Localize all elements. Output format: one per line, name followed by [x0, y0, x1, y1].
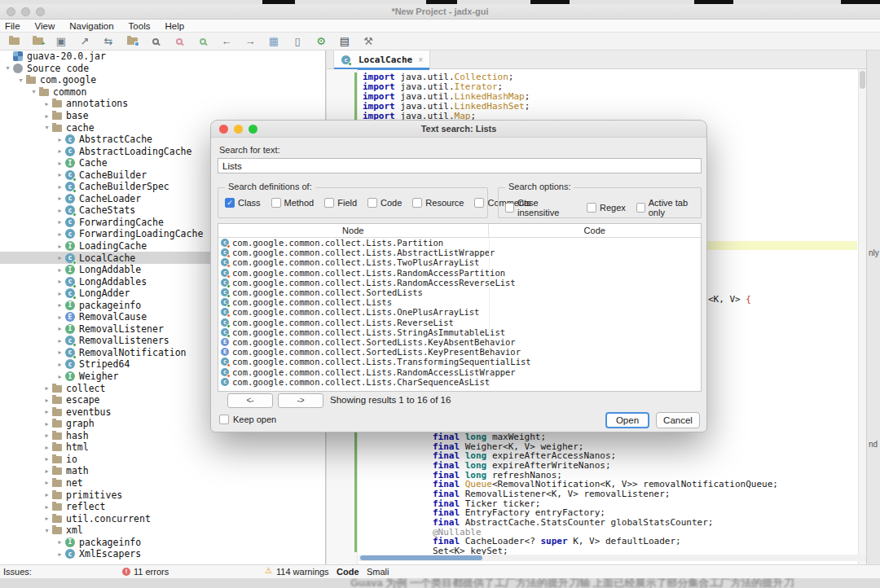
result-row[interactable]: ccom.google.common.collect.Lists.Abstrac… [218, 248, 701, 257]
checkbox-field[interactable]: Field [324, 198, 357, 208]
menu-file[interactable]: File [5, 21, 20, 31]
result-row[interactable]: ccom.google.common.collect.Lists.CharSeq… [218, 377, 701, 387]
open-files-icon[interactable] [7, 35, 21, 48]
tree-item-io[interactable]: ▸io [0, 454, 325, 466]
text-search-icon[interactable] [172, 35, 187, 48]
chevron-right-icon[interactable]: ▸ [55, 551, 64, 558]
result-row[interactable]: ccom.google.common.collect.Lists.Partiti… [218, 238, 701, 248]
chevron-right-icon[interactable]: ▸ [55, 290, 64, 297]
chevron-right-icon[interactable]: ▸ [55, 349, 64, 356]
tree-item-source-code[interactable]: ▾Source code [0, 63, 325, 75]
result-row[interactable]: ccom.google.common.collect.Lists.Transfo… [218, 357, 701, 366]
checkbox-icon[interactable] [587, 203, 596, 213]
result-row[interactable]: ccom.google.common.collect.Lists.TwoPlus… [218, 257, 701, 267]
chevron-right-icon[interactable]: ▸ [55, 218, 64, 226]
tree-item-util-concurrent[interactable]: ▸util.concurrent [0, 512, 325, 524]
tree-item-common[interactable]: ▾common [0, 86, 325, 99]
chevron-right-icon[interactable]: ▸ [42, 479, 51, 486]
code-column-header[interactable]: Code [489, 224, 701, 237]
chevron-right-icon[interactable]: ▸ [42, 515, 51, 522]
add-files-icon[interactable]: + [30, 35, 45, 48]
chevron-right-icon[interactable]: ▸ [42, 397, 51, 404]
menu-view[interactable]: View [35, 21, 55, 31]
search-input[interactable] [218, 158, 702, 173]
result-row[interactable]: ccom.google.common.collect.Lists.RandomA… [218, 268, 701, 278]
chevron-right-icon[interactable]: ▸ [55, 538, 64, 546]
tree-item-packageinfo[interactable]: ▸Ipackageinfo [0, 536, 325, 548]
mappings-folder-icon[interactable] [125, 35, 139, 48]
chevron-right-icon[interactable]: ▸ [42, 100, 51, 108]
result-row[interactable]: ccom.google.common.collect.Lists.Reverse… [218, 318, 701, 327]
tree-item-xml[interactable]: ▾xml [0, 524, 325, 537]
checkbox-resource[interactable]: Resource [412, 198, 464, 208]
class-search-icon[interactable] [196, 35, 210, 48]
tree-item-xmlescapers[interactable]: ▸cXmlEscapers [0, 548, 325, 560]
menu-help[interactable]: Help [165, 21, 184, 31]
tree-item-net[interactable]: ▸net [0, 477, 325, 489]
tree-item-primitives[interactable]: ▸primitives [0, 489, 325, 501]
chevron-right-icon[interactable]: ▸ [55, 325, 64, 332]
chevron-right-icon[interactable]: ▸ [42, 384, 51, 392]
chevron-right-icon[interactable]: ▸ [55, 207, 64, 214]
checkbox-icon[interactable]: ✓ [225, 198, 235, 208]
tree-item-html[interactable]: ▸html [0, 441, 325, 454]
chevron-right-icon[interactable]: ▸ [55, 301, 64, 309]
result-row[interactable]: ccom.google.common.collect.Lists.RandomA… [218, 278, 701, 287]
chevron-right-icon[interactable]: ▸ [42, 455, 51, 463]
wrench-icon[interactable]: ⚒ [361, 35, 376, 48]
tree-item-annotations[interactable]: ▸annotations [0, 98, 325, 110]
errors-count[interactable]: 11 errors [134, 567, 169, 577]
chevron-right-icon[interactable]: ▸ [42, 467, 51, 475]
cancel-button[interactable]: Cancel [656, 412, 700, 428]
checkbox-icon[interactable] [474, 198, 484, 208]
chevron-right-icon[interactable]: ▸ [55, 195, 64, 202]
tree-item-com-google[interactable]: ▾com.google [0, 74, 325, 86]
node-column-header[interactable]: Node [218, 224, 489, 237]
checkbox-icon[interactable] [219, 415, 229, 424]
tab-smali[interactable]: Smali [367, 567, 389, 577]
forward-icon[interactable]: → [243, 35, 257, 48]
chevron-right-icon[interactable]: ▸ [55, 136, 64, 143]
open-button[interactable]: Open [605, 412, 649, 428]
chevron-right-icon[interactable]: ▸ [55, 254, 64, 261]
next-page-button[interactable]: -> [278, 393, 323, 408]
chevron-right-icon[interactable]: ▸ [55, 373, 64, 380]
decompilation-settings-icon[interactable]: ▦ [266, 35, 281, 48]
chevron-right-icon[interactable]: ▸ [42, 503, 51, 511]
result-row[interactable]: ccom.google.common.collect.SortedLists [218, 287, 701, 297]
chevron-right-icon[interactable]: ▸ [42, 112, 51, 120]
chevron-right-icon[interactable]: ▸ [42, 432, 51, 439]
chevron-down-icon[interactable]: ▾ [16, 77, 25, 84]
result-row[interactable]: Ecom.google.common.collect.SortedLists.K… [218, 337, 701, 347]
export-icon[interactable]: ↗ [77, 35, 92, 48]
result-row[interactable]: ccom.google.common.collect.Lists.OnePlus… [218, 307, 701, 317]
checkbox-icon[interactable] [367, 198, 377, 208]
tab-localcache[interactable]: c LocalCache × [333, 50, 430, 69]
chevron-down-icon[interactable]: ▾ [42, 527, 51, 534]
chevron-down-icon[interactable]: ▾ [3, 64, 12, 72]
checkbox-icon[interactable] [271, 198, 281, 208]
tree-item-guava-20-0-jar[interactable]: guava-20.0.jar [0, 50, 325, 63]
keep-open-checkbox[interactable]: Keep open [219, 415, 276, 424]
chevron-right-icon[interactable]: ▸ [42, 408, 51, 415]
editor-vertical-scrollbar[interactable] [858, 69, 866, 564]
checkbox-code[interactable]: Code [367, 198, 402, 208]
prev-page-button[interactable]: <- [227, 393, 273, 408]
checkbox-icon[interactable] [412, 198, 422, 208]
checkbox-case-insensitive[interactable]: Case insensitive [505, 198, 576, 217]
warnings-count[interactable]: 114 warnings [276, 567, 329, 577]
chevron-right-icon[interactable]: ▸ [55, 266, 64, 274]
chevron-right-icon[interactable]: ▸ [55, 147, 64, 155]
chevron-right-icon[interactable]: ▸ [42, 420, 51, 428]
chevron-right-icon[interactable]: ▸ [55, 361, 64, 368]
menu-tools[interactable]: Tools [129, 21, 151, 31]
checkbox-icon[interactable] [636, 203, 645, 213]
menu-navigation[interactable]: Navigation [69, 21, 113, 31]
preferences-icon[interactable]: ⚙ [314, 35, 328, 48]
save-icon[interactable]: ▣ [54, 35, 68, 48]
checkbox-method[interactable]: Method [271, 198, 315, 208]
chevron-right-icon[interactable]: ▸ [55, 337, 64, 344]
chevron-right-icon[interactable]: ▸ [55, 183, 64, 191]
checkbox-icon[interactable] [324, 198, 334, 208]
tree-item-math[interactable]: ▸math [0, 465, 325, 477]
